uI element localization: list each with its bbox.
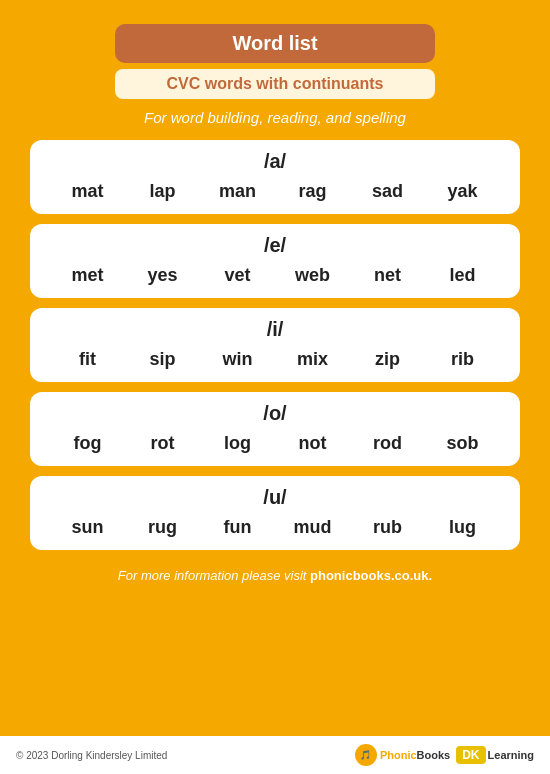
word-item: mix: [275, 349, 350, 370]
word-row: fitsipwinmixziprib: [50, 349, 500, 370]
word-item: rag: [275, 181, 350, 202]
word-item: vet: [200, 265, 275, 286]
word-item: led: [425, 265, 500, 286]
word-item: sun: [50, 517, 125, 538]
dk-logo: DK Learning: [456, 746, 534, 764]
page-wrapper: Word list CVC words with continuants For…: [0, 0, 550, 774]
word-item: log: [200, 433, 275, 454]
word-item: met: [50, 265, 125, 286]
vowel-label: /i/: [50, 318, 500, 341]
word-item: fun: [200, 517, 275, 538]
dk-learning-label: Learning: [488, 749, 534, 761]
word-item: fog: [50, 433, 125, 454]
word-item: man: [200, 181, 275, 202]
bottom-bar: © 2023 Dorling Kindersley Limited 🎵 Phon…: [0, 736, 550, 774]
copyright: © 2023 Dorling Kindersley Limited: [16, 750, 167, 761]
footer-text: For more information please visit: [118, 568, 310, 583]
word-card-o: /o/fogrotlognotrodsob: [30, 392, 520, 466]
word-item: mud: [275, 517, 350, 538]
word-row: matlapmanragsadyak: [50, 181, 500, 202]
word-card-e: /e/metyesvetwebnetled: [30, 224, 520, 298]
title-box: Word list: [115, 24, 435, 63]
footer-info: For more information please visit phonic…: [118, 568, 432, 583]
word-item: sob: [425, 433, 500, 454]
phonic-icon: 🎵: [355, 744, 377, 766]
description: For word building, reading, and spelling: [144, 109, 406, 126]
word-item: win: [200, 349, 275, 370]
word-item: yak: [425, 181, 500, 202]
page-title: Word list: [232, 32, 317, 54]
dk-box: DK: [456, 746, 485, 764]
word-item: rod: [350, 433, 425, 454]
word-item: sip: [125, 349, 200, 370]
word-item: rib: [425, 349, 500, 370]
phonic-books-logo: 🎵 PhonicBooks: [355, 744, 450, 766]
word-item: zip: [350, 349, 425, 370]
footer-website: phonicbooks.co.uk.: [310, 568, 432, 583]
word-card-i: /i/fitsipwinmixziprib: [30, 308, 520, 382]
subtitle-box: CVC words with continuants: [115, 69, 435, 99]
word-item: net: [350, 265, 425, 286]
logos-area: 🎵 PhonicBooks DK Learning: [355, 744, 534, 766]
phonic-books-label: PhonicBooks: [380, 749, 450, 761]
vowel-label: /a/: [50, 150, 500, 173]
word-item: mat: [50, 181, 125, 202]
word-item: sad: [350, 181, 425, 202]
word-card-a: /a/matlapmanragsadyak: [30, 140, 520, 214]
word-item: yes: [125, 265, 200, 286]
word-card-u: /u/sunrugfunmudrublug: [30, 476, 520, 550]
word-item: rot: [125, 433, 200, 454]
word-item: rug: [125, 517, 200, 538]
vowel-label: /e/: [50, 234, 500, 257]
word-item: web: [275, 265, 350, 286]
word-row: sunrugfunmudrublug: [50, 517, 500, 538]
word-item: fit: [50, 349, 125, 370]
word-row: metyesvetwebnetled: [50, 265, 500, 286]
vowel-label: /u/: [50, 486, 500, 509]
vowel-label: /o/: [50, 402, 500, 425]
subtitle: CVC words with continuants: [167, 75, 384, 92]
word-item: lug: [425, 517, 500, 538]
cards-container: /a/matlapmanragsadyak/e/metyesvetwebnetl…: [30, 140, 520, 560]
word-item: lap: [125, 181, 200, 202]
word-item: rub: [350, 517, 425, 538]
word-row: fogrotlognotrodsob: [50, 433, 500, 454]
dk-text: DK: [462, 748, 479, 762]
word-item: not: [275, 433, 350, 454]
